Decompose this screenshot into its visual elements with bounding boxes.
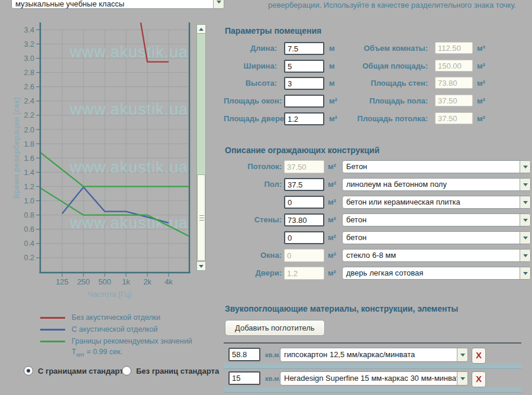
select-button[interactable] xyxy=(520,232,530,244)
selected-material: Бетон xyxy=(343,161,520,173)
select-button[interactable] xyxy=(520,179,530,190)
chevron-down-icon xyxy=(460,354,465,359)
windows-area-label: Площадь окон: xyxy=(224,95,277,108)
select-button[interactable] xyxy=(457,348,467,361)
unit-label: м² xyxy=(328,231,336,244)
y-tick-label: 1.8 xyxy=(24,140,34,148)
legend-item: Границы рекомендуемых значений xyxy=(40,336,192,346)
section-title-constructions: Описание ограждающих конструкций xyxy=(225,145,379,155)
walls-surface-input[interactable] xyxy=(284,213,324,226)
length-input[interactable] xyxy=(284,42,324,55)
absorber2-material-select[interactable]: Heradesign Superfine 15 мм-каркас 30 мм-… xyxy=(280,371,468,386)
ceiling-label: Потолок: xyxy=(224,160,282,173)
windows-material-select[interactable]: стекло 6-8 мм xyxy=(342,249,531,262)
doors-area-input[interactable] xyxy=(284,112,324,125)
windows-area-input[interactable] xyxy=(284,95,324,108)
section-title-absorbers: Звукопоглощающие материалы, конструкции,… xyxy=(225,304,458,313)
volume-label: Объем комнаты: xyxy=(331,42,428,55)
green-line-swatch xyxy=(40,341,65,342)
chevron-down-icon xyxy=(523,166,528,171)
row-divider xyxy=(224,387,521,393)
absorber1-material-select[interactable]: гипсокартон 12,5 мм/каркас/минвата xyxy=(280,348,468,362)
doors-area-label: Площадь дверей: xyxy=(224,112,277,125)
row-divider xyxy=(224,364,521,369)
legend-item: Без акустической отделки xyxy=(40,313,160,322)
blue-line-swatch xyxy=(40,329,65,331)
ceiling-area-output xyxy=(435,112,473,124)
walls-area-output xyxy=(435,77,473,89)
chevron-down-icon xyxy=(523,237,528,242)
doors-label: Двери: xyxy=(224,267,282,280)
floor-area-output xyxy=(435,95,473,106)
select-button[interactable] xyxy=(520,161,530,173)
floor-area-label: Площадь пола: xyxy=(331,95,428,108)
select-button[interactable] xyxy=(520,250,530,261)
legend-item: С акустической отделкой xyxy=(40,325,158,334)
selected-material: стекло 6-8 мм xyxy=(343,250,520,261)
select-button[interactable] xyxy=(520,196,530,208)
arrow-up-icon xyxy=(199,25,204,31)
unit-label: м² xyxy=(328,160,336,173)
unit-label: м² xyxy=(328,267,336,280)
select-button[interactable] xyxy=(457,372,467,385)
legend-label: Границы рекомендуемых значений xyxy=(72,337,192,345)
total-area-label: Общая площадь: xyxy=(331,60,428,73)
absorber2-remove-button[interactable]: X xyxy=(472,371,486,387)
volume-unit: м³ xyxy=(477,42,485,55)
add-absorber-button[interactable]: Добавить поглотитель xyxy=(225,320,325,336)
select-button[interactable] xyxy=(520,267,530,279)
selected-material: бетон xyxy=(343,232,520,244)
chevron-down-icon xyxy=(523,219,528,224)
walls-area-label: Площадь стен: xyxy=(331,77,428,90)
windows-label: Окна: xyxy=(224,249,282,262)
floor-material-select[interactable]: линолеум на бетонном полу xyxy=(342,178,531,191)
total-area-unit: м² xyxy=(477,60,485,73)
walls2-surface-input[interactable] xyxy=(284,231,324,244)
floor-surface-input[interactable] xyxy=(284,178,324,191)
absorber2-unit: кв.м. xyxy=(265,371,281,386)
y-tick-label: 3.4 xyxy=(24,26,34,34)
width-label: Ширина: xyxy=(224,60,277,73)
ceiling-area-label: Площадь потолка: xyxy=(331,112,428,125)
selected-material: Heradesign Superfine 15 мм-каркас 30 мм-… xyxy=(280,372,457,385)
y-tick-label: 2.0 xyxy=(24,126,34,134)
doors-surface-input xyxy=(284,267,324,280)
floor2-surface-input[interactable] xyxy=(284,196,324,209)
unit-label: м² xyxy=(328,178,336,191)
unit-label: м² xyxy=(328,213,336,226)
reverberation-calculator-page: музыкальные учебные классы реверберации.… xyxy=(0,0,532,395)
unit-label: м² xyxy=(328,249,336,262)
absorber1-unit: кв.м. xyxy=(265,348,281,362)
selected-material: бетон или керамическая плитка xyxy=(343,196,520,208)
absorber1-area-input[interactable] xyxy=(228,348,260,361)
floor-area-unit: м² xyxy=(477,95,485,108)
floor-label: Пол: xyxy=(224,178,282,191)
instruction-text: реверберации. Используйте в качестве раз… xyxy=(268,1,528,9)
walls2-material-select[interactable]: бетон xyxy=(342,231,531,244)
doors-material-select[interactable]: дверь легкая сотовая xyxy=(342,267,531,280)
selected-material: дверь легкая сотовая xyxy=(343,267,520,279)
selected-material: линолеум на бетонном полу xyxy=(343,179,520,190)
height-input[interactable] xyxy=(284,77,324,90)
walls-material-select[interactable]: бетон xyxy=(342,213,531,226)
ceiling-area-unit: м² xyxy=(477,112,485,125)
legend-label: Без акустической отделки xyxy=(72,313,160,322)
length-label: Длина: xyxy=(224,42,277,55)
legend-label: С акустической отделкой xyxy=(72,325,158,334)
height-label: Высота: xyxy=(224,77,277,90)
width-input[interactable] xyxy=(284,60,324,73)
absorber1-remove-button[interactable]: X xyxy=(472,348,486,364)
ceiling-material-select[interactable]: Бетон xyxy=(342,160,531,173)
volume-output xyxy=(435,42,473,54)
floor2-material-select[interactable]: бетон или керамическая плитка xyxy=(342,196,531,209)
absorber2-area-input[interactable] xyxy=(228,371,260,385)
walls-label: Стены: xyxy=(224,213,282,226)
scroll-up-button[interactable] xyxy=(197,25,205,34)
section-title-room-params: Параметры помещения xyxy=(225,26,321,35)
red-line-swatch xyxy=(40,317,65,319)
chevron-down-icon xyxy=(460,377,465,383)
chevron-down-icon xyxy=(523,183,528,189)
windows-surface-input xyxy=(284,249,324,262)
select-button[interactable] xyxy=(520,214,530,226)
walls-area-unit: м² xyxy=(477,77,485,90)
